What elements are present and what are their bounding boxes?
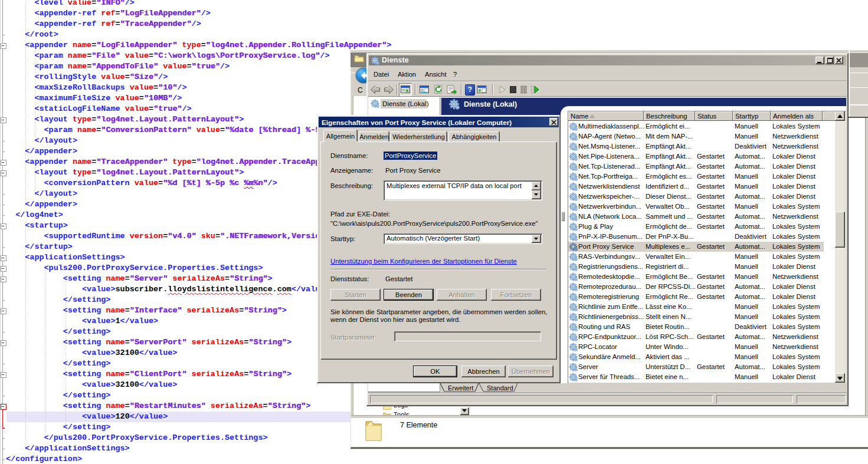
svg-text:Erweitert: Erweitert (448, 384, 473, 391)
svg-text:Standard: Standard (487, 384, 513, 391)
